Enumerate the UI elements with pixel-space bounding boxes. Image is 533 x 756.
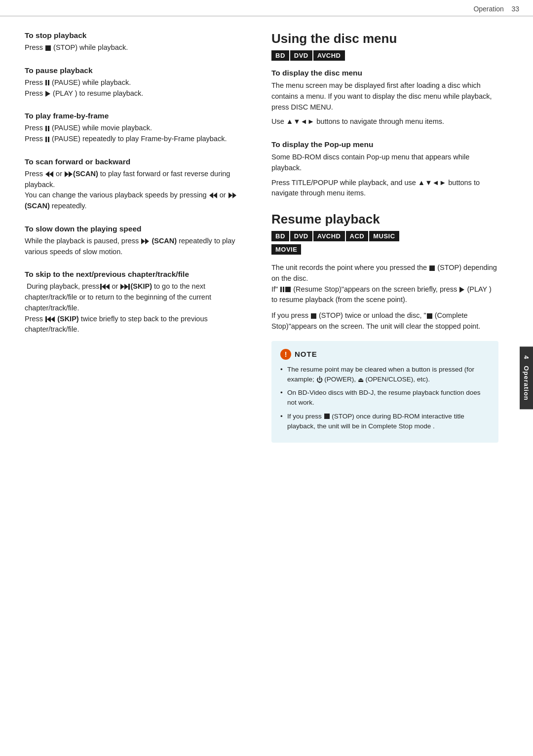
skipback-icon — [100, 284, 110, 290]
stop-icon — [45, 45, 51, 51]
badge-avchd: AVCHD — [313, 50, 345, 61]
text-slow: While the playback is paused, press (SCA… — [25, 236, 252, 258]
section-pause-playback: To pause playback Press (PAUSE) while pl… — [25, 66, 252, 99]
rew-icon-2 — [209, 192, 217, 198]
skipfwd-icon — [120, 284, 130, 290]
heading-resume-playback: Resume playback — [271, 212, 498, 227]
play-icon — [45, 91, 50, 97]
text-display-disc-menu: The menu screen may be displayed first a… — [271, 80, 498, 113]
heading-stop-playback: To stop playback — [25, 31, 252, 40]
fwd-icon-3 — [141, 238, 149, 244]
pause-icon-2 — [45, 126, 49, 131]
section-disc-menu: Using the disc menu BD DVD AVCHD To disp… — [271, 31, 498, 199]
side-tab-number: 4 — [523, 355, 530, 359]
eject-icon: ⏏ — [358, 376, 364, 383]
text-stop-playback: Press (STOP) while playback. — [25, 42, 252, 53]
resume-badges-2: MOVIE — [271, 244, 498, 255]
note-box: ! NOTE The resume point may be cleared w… — [271, 341, 498, 443]
section-display-disc-menu: To display the disc menu The menu screen… — [271, 69, 498, 127]
header-text: Operation 33 — [473, 5, 519, 13]
text-skip: During playback, press or (SKIP) to go t… — [25, 281, 252, 335]
text-pause-playback: Press (PAUSE) while playback. Press (PLA… — [25, 77, 252, 99]
stop-icon-resume-2 — [285, 287, 291, 292]
section-skip: To skip to the next/previous chapter/tra… — [25, 270, 252, 335]
heading-pause-playback: To pause playback — [25, 66, 252, 75]
rew-icon — [45, 171, 53, 177]
disc-menu-badges: BD DVD AVCHD — [271, 50, 498, 61]
stop-icon-note — [324, 414, 330, 419]
text-resume-1: The unit records the point where you pre… — [271, 263, 498, 305]
note-item-2: On BD-Video discs with BD-J, the resume … — [280, 388, 490, 408]
section-popup-menu: To display the Pop-up menu Some BD-ROM d… — [271, 140, 498, 199]
heading-display-disc-menu: To display the disc menu — [271, 69, 498, 77]
note-list: The resume point may be cleared when a b… — [280, 365, 490, 432]
right-column: Using the disc menu BD DVD AVCHD To disp… — [271, 31, 498, 443]
skipback-icon-2 — [45, 316, 55, 322]
text-resume-2: If you press (STOP) twice or unload the … — [271, 310, 498, 332]
pause-icon-resume — [280, 287, 284, 292]
content-area: To stop playback Press (STOP) while play… — [0, 16, 533, 453]
badge-dvd: DVD — [290, 50, 312, 61]
text-frame-by-frame: Press (PAUSE) while movie playback. Pres… — [25, 123, 252, 145]
section-resume-playback: Resume playback BD DVD AVCHD ACD MUSIC M… — [271, 212, 498, 443]
section-stop-playback: To stop playback Press (STOP) while play… — [25, 31, 252, 53]
badge-acd-resume: ACD — [346, 231, 369, 241]
badge-bd: BD — [271, 50, 289, 61]
note-icon: ! — [280, 349, 291, 360]
heading-skip: To skip to the next/previous chapter/tra… — [25, 270, 252, 279]
badge-avchd-resume: AVCHD — [313, 231, 345, 241]
page-header: Operation 33 — [0, 0, 533, 16]
section-frame-by-frame: To play frame-by-frame Press (PAUSE) whi… — [25, 112, 252, 145]
left-column: To stop playback Press (STOP) while play… — [25, 31, 252, 443]
text-display-disc-menu-2: Use ▲▼◄► buttons to navigate through men… — [271, 116, 498, 127]
fwd-icon-2 — [228, 192, 236, 198]
note-item-3: If you press (STOP) once during BD-ROM i… — [280, 412, 490, 432]
heading-slow: To slow down the playing speed — [25, 225, 252, 233]
section-scan: To scan forward or backward Press or (SC… — [25, 157, 252, 212]
stop-icon-resume-3 — [311, 313, 316, 319]
note-item-1: The resume point may be cleared when a b… — [280, 365, 490, 385]
note-title: NOTE — [295, 350, 317, 358]
text-popup-menu-2: Press TITLE/POPUP while playback, and us… — [271, 178, 498, 199]
fwd-icon — [65, 171, 73, 177]
heading-scan: To scan forward or backward — [25, 157, 252, 166]
note-title-row: ! NOTE — [280, 349, 490, 360]
resume-badges: BD DVD AVCHD ACD MUSIC — [271, 231, 498, 241]
pause-icon-3 — [45, 137, 49, 142]
stop-icon-resume — [429, 265, 435, 271]
power-icon: ⏻ — [316, 376, 323, 383]
heading-popup-menu: To display the Pop-up menu — [271, 140, 498, 149]
side-tab-label: Operation — [523, 366, 530, 400]
play-icon-resume — [459, 287, 464, 293]
pause-icon — [45, 80, 49, 85]
stop-icon-resume-4 — [427, 313, 432, 319]
section-slow: To slow down the playing speed While the… — [25, 225, 252, 258]
text-popup-menu: Some BD-ROM discs contain Pop-up menu th… — [271, 152, 498, 174]
side-tab: 4 Operation — [520, 346, 533, 409]
badge-bd-resume: BD — [271, 231, 289, 241]
text-scan: Press or (SCAN) to play fast forward or … — [25, 169, 252, 212]
badge-dvd-resume: DVD — [290, 231, 312, 241]
heading-frame-by-frame: To play frame-by-frame — [25, 112, 252, 120]
heading-disc-menu: Using the disc menu — [271, 31, 498, 46]
badge-music-resume: MUSIC — [369, 231, 399, 241]
badge-movie-resume: MOVIE — [271, 244, 301, 255]
